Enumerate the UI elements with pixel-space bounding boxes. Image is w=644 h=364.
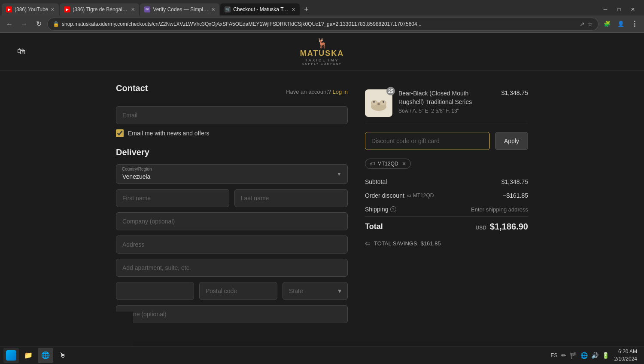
locale-indicator: ES <box>551 352 558 358</box>
country-select[interactable]: Venezuela United States Canada Mexico <box>116 164 348 184</box>
cart-icon[interactable]: 🛍 <box>17 46 26 56</box>
discount-input-wrapper <box>365 132 490 150</box>
total-amount-group: USD $1,186.90 <box>476 222 528 232</box>
page-content: 🛍 🦌 MATUSKA TAXIDERMY SUPPLY COMPANY <box>0 33 644 341</box>
tab-youtube[interactable]: ▶ (386) YouTube ✕ <box>2 3 59 15</box>
total-row: Total USD $1,186.90 <box>365 216 528 237</box>
state-select[interactable]: State Amazonas Anzoátegui Caracas <box>283 282 348 300</box>
apply-button[interactable]: Apply <box>495 132 528 150</box>
first-name-input[interactable] <box>116 189 229 207</box>
browser-toolbar: ← → ↻ 🔒 shop.matuskataxidermy.com/checko… <box>0 15 644 33</box>
address-bar[interactable]: 🔒 shop.matuskataxidermy.com/checkouts/cn… <box>47 18 598 31</box>
newsletter-checkbox-row: Email me with news and offers <box>116 129 348 137</box>
discount-code-input[interactable] <box>365 132 490 150</box>
maximize-button[interactable]: □ <box>613 3 625 15</box>
date-text: 2/10/2024 <box>614 355 637 363</box>
forward-button[interactable]: → <box>18 18 30 30</box>
star-icon[interactable]: ☆ <box>587 21 593 28</box>
email-input[interactable] <box>116 106 348 124</box>
shipping-label-group: Shipping ? <box>365 206 396 213</box>
main-layout: Contact Have an account? Log in Email me… <box>0 70 644 341</box>
shipping-row: Shipping ? Enter shipping address <box>365 202 528 216</box>
have-account-text: Have an account? <box>286 89 331 95</box>
discount-code-row: Apply <box>365 132 528 150</box>
network-icon: 🌐 <box>580 352 588 359</box>
new-tab-button[interactable]: + <box>301 3 312 15</box>
subtotal-value: $1,348.75 <box>501 178 528 185</box>
menu-icon[interactable]: ⋮ <box>629 18 641 30</box>
savings-icon: 🏷 <box>365 240 371 247</box>
minimize-button[interactable]: ─ <box>599 3 611 15</box>
phone-input[interactable] <box>116 305 348 323</box>
total-currency: USD <box>476 225 486 231</box>
product-name: Bear-Black (Closed Mouth Rugshell) Tradi… <box>398 89 495 106</box>
tab-checkout-close[interactable]: ✕ <box>292 7 295 12</box>
clock: 6:20 AM 2/10/2024 <box>614 348 637 363</box>
system-tray: ES ✏ 🏴 🌐 🔊 🔋 <box>551 352 609 359</box>
extensions-icon[interactable]: 🧩 <box>601 18 613 30</box>
file-explorer-icon: 📁 <box>24 351 33 360</box>
discount-remove-button[interactable]: ✕ <box>402 161 406 167</box>
time-text: 6:20 AM <box>614 348 637 355</box>
name-row <box>116 189 348 207</box>
order-discount-label-group: Order discount 🏷 MT12QD <box>365 192 434 199</box>
address-input[interactable] <box>116 236 348 254</box>
browser-tabs: ▶ (386) YouTube ✕ ▶ (386) Tigre de Benga… <box>0 0 644 15</box>
login-anchor[interactable]: Log in <box>333 89 348 95</box>
flag-icon: 🏴 <box>570 352 577 359</box>
city-input[interactable] <box>116 282 194 300</box>
svg-point-7 <box>377 103 380 105</box>
checkout-form: Contact Have an account? Log in Email me… <box>116 83 348 328</box>
discount-code-mini-icon: 🏷 <box>407 193 411 198</box>
tab-checkout[interactable]: 🛒 Checkout - Matuska Taxidermy S... ✕ <box>220 3 300 15</box>
product-image-svg <box>368 95 389 112</box>
taskbar-chrome[interactable]: 🌐 <box>38 348 53 363</box>
site-header: 🛍 🦌 MATUSKA TAXIDERMY SUPPLY COMPANY <box>0 33 644 70</box>
windows-logo <box>6 350 16 361</box>
company-input[interactable] <box>116 212 348 230</box>
tab-checkout-label: Checkout - Matuska Taxidermy S... <box>233 6 289 12</box>
tab-youtube-close[interactable]: ✕ <box>51 7 55 12</box>
order-discount-amount: −$161.85 <box>503 192 528 199</box>
tab-bengala[interactable]: ▶ (386) Tigre de Bengala - You... ✕ <box>60 3 139 15</box>
shipping-label: Shipping <box>365 206 389 213</box>
newsletter-checkbox[interactable] <box>116 129 124 137</box>
shipping-note: Enter shipping address <box>471 206 528 213</box>
product-info: Bear-Black (Closed Mouth Rugshell) Tradi… <box>398 89 495 114</box>
tab-simplycodes-close[interactable]: ✕ <box>211 7 215 12</box>
profile-icon[interactable]: 👤 <box>615 18 627 30</box>
tab-youtube-label: (386) YouTube <box>15 6 48 12</box>
refresh-button[interactable]: ↻ <box>33 18 45 30</box>
shipping-info-icon[interactable]: ? <box>390 206 396 212</box>
logo-company-text: SUPPLY COMPANY <box>302 62 342 65</box>
share-icon[interactable]: ↗ <box>580 21 585 28</box>
taskbar-file-explorer[interactable]: 📁 <box>21 348 36 363</box>
product-quantity-badge: 25 <box>386 87 395 95</box>
svg-point-5 <box>373 101 375 103</box>
back-button[interactable]: ← <box>3 18 15 30</box>
login-link: Have an account? Log in <box>286 89 348 95</box>
last-name-input[interactable] <box>234 189 348 207</box>
taskbar-mouse[interactable]: 🖱 <box>55 348 70 363</box>
start-button[interactable] <box>3 348 19 363</box>
contact-title: Contact <box>116 83 148 93</box>
savings-row: 🏷 TOTAL SAVINGS $161.85 <box>365 237 528 250</box>
delivery-section: Delivery Country/Region Venezuela United… <box>116 147 348 328</box>
subtotal-label: Subtotal <box>365 178 387 185</box>
address-text: shop.matuskataxidermy.com/checkouts/cn/Z… <box>62 21 577 27</box>
apt-input[interactable] <box>116 259 348 277</box>
product-item: 25 Bear-Black (Closed Mouth Rugshell) Tr… <box>365 83 528 123</box>
tab-simplycodes[interactable]: ✉ Verify Codes — SimplyCodes ✕ <box>140 3 219 15</box>
tab-bengala-close[interactable]: ✕ <box>131 7 135 12</box>
country-select-wrapper: Country/Region Venezuela United States C… <box>116 164 348 184</box>
discount-tag-row: 🏷 MT12QD ✕ <box>365 159 528 169</box>
tab-simplycodes-label: Verify Codes — SimplyCodes <box>153 6 209 12</box>
close-button[interactable]: ✕ <box>627 3 639 15</box>
mouse-icon: 🖱 <box>58 351 67 360</box>
order-discount-row: Order discount 🏷 MT12QD −$161.85 <box>365 189 528 202</box>
postal-input[interactable] <box>199 282 277 300</box>
state-select-wrapper: State Amazonas Anzoátegui Caracas ▼ <box>283 282 348 300</box>
product-price: $1,348.75 <box>501 89 528 96</box>
volume-icon: 🔊 <box>591 352 598 359</box>
taskbar-right: ES ✏ 🏴 🌐 🔊 🔋 6:20 AM 2/10/2024 <box>551 348 641 363</box>
